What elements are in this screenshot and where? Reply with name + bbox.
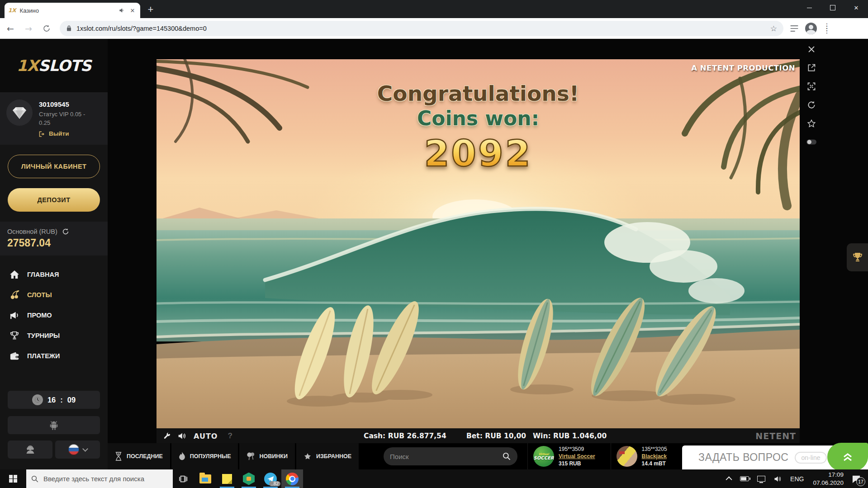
bookmark-star-icon[interactable]: ☆ xyxy=(770,24,777,33)
browser-titlebar: 1X Казино ✕ + ✕ xyxy=(0,0,868,18)
clock-icon xyxy=(32,394,43,405)
tab-new[interactable]: НОВИНКИ xyxy=(239,443,294,469)
window-close-button[interactable]: ✕ xyxy=(844,0,868,15)
profile-section: 30109545 Статус VIP 0.05 - 0.25 Выйти xyxy=(0,92,108,145)
omnibox[interactable]: 1xslot.com/ru/slots/?game=145300&demo=0 … xyxy=(60,21,783,36)
browser-tab[interactable]: 1X Казино ✕ xyxy=(5,3,140,18)
taskbar-search[interactable] xyxy=(26,469,173,488)
logout-link[interactable]: Выйти xyxy=(39,129,85,138)
clock-separator: : xyxy=(60,396,63,404)
android-icon xyxy=(49,420,59,431)
congrats-title: Congratulations! xyxy=(157,81,800,106)
fullscreen-icon[interactable] xyxy=(806,81,817,92)
tab-close-icon[interactable]: ✕ xyxy=(128,6,137,14)
theme-toggle-icon[interactable] xyxy=(806,136,817,148)
taskbar-search-input[interactable] xyxy=(43,475,161,483)
tab-title: Казино xyxy=(20,7,115,14)
reading-list-icon[interactable] xyxy=(790,25,799,32)
sticky-notes-button[interactable] xyxy=(216,469,238,488)
kaspersky-button[interactable] xyxy=(238,469,260,488)
chat-widget[interactable]: ЗАДАТЬ ВОПРОС on-line xyxy=(682,445,868,469)
action-center-button[interactable]: 17 xyxy=(848,469,868,488)
reload-game-icon[interactable] xyxy=(806,99,817,111)
lock-icon xyxy=(66,25,72,32)
star-filled-icon xyxy=(304,452,312,460)
sidebar-item-tournaments[interactable]: ТУРНИРЫ xyxy=(0,325,108,346)
logo-gold: 1X xyxy=(17,57,38,75)
site-logo[interactable]: 1XSLOTS xyxy=(0,39,108,92)
sidebar-item-payments[interactable]: ПЛАТЕЖИ xyxy=(0,346,108,366)
personal-cabinet-button[interactable]: ЛИЧНЫЙ КАБИНЕТ xyxy=(8,155,100,178)
tray-chevron-up[interactable] xyxy=(723,469,736,488)
file-explorer-button[interactable] xyxy=(194,469,216,488)
new-tab-button[interactable]: + xyxy=(144,3,157,16)
winner-game-link[interactable]: Blackjack xyxy=(642,453,667,460)
taskbar-clock[interactable]: 17:09 07.06.2020 xyxy=(808,471,848,487)
search-icon[interactable] xyxy=(502,452,511,461)
window-minimize-button[interactable] xyxy=(797,0,821,15)
vip-status-line2: 0.25 xyxy=(39,119,85,128)
tab-audio-icon[interactable] xyxy=(119,7,125,14)
forward-button[interactable]: → xyxy=(21,21,36,36)
profile-avatar-icon[interactable] xyxy=(805,23,817,34)
language-selector[interactable] xyxy=(55,441,100,459)
double-chevron-up-icon xyxy=(842,452,854,462)
close-game-icon[interactable] xyxy=(806,43,817,55)
production-credit: A NETENT PRODUCTION xyxy=(691,64,795,72)
winner-id: 195**3509 xyxy=(559,445,595,453)
refresh-balance-icon[interactable] xyxy=(62,228,69,235)
language-indicator[interactable]: ENG xyxy=(786,469,808,488)
tab-popular[interactable]: ПОПУЛЯРНЫЕ xyxy=(171,443,238,469)
winner-game-link[interactable]: Virtual Soccer xyxy=(559,453,595,460)
chrome-icon xyxy=(286,473,299,485)
bet-value: Bet: RUB 10,00 xyxy=(466,432,526,440)
winner-amount: 14.4 mBT xyxy=(642,460,667,467)
kaspersky-icon xyxy=(243,473,255,485)
support-button[interactable] xyxy=(8,441,52,459)
vip-status-line1: Статус VIP 0.05 - xyxy=(39,110,85,119)
game-help-button[interactable]: ? xyxy=(228,431,232,441)
sidebar-item-home[interactable]: ГЛАВНАЯ xyxy=(0,265,108,284)
task-view-button[interactable] xyxy=(173,469,194,488)
wallet-icon xyxy=(9,351,20,360)
windows-taskbar: ..82 ENG 17:09 07.06.2020 17 xyxy=(0,469,868,488)
android-app-button[interactable] xyxy=(8,416,100,434)
winner-widget-blackjack: 135**3205 Blackjack 14.4 mBT xyxy=(611,443,673,469)
open-in-new-icon[interactable] xyxy=(806,62,817,74)
game-search[interactable] xyxy=(384,447,517,465)
winner-id: 135**3205 xyxy=(642,445,667,453)
tab-recent[interactable]: ПОСЛЕДНИЕ xyxy=(108,443,170,469)
avatar[interactable] xyxy=(6,99,33,126)
sidebar-item-slots[interactable]: СЛОТЫ xyxy=(0,284,108,305)
sticky-note-icon xyxy=(222,474,232,484)
game-side-controls xyxy=(806,43,817,148)
sidebar-item-promo[interactable]: ПРОМО xyxy=(0,305,108,325)
autoplay-button[interactable]: AUTO xyxy=(194,432,218,441)
window-maximize-button[interactable] xyxy=(821,0,844,15)
clock-hours: 16 xyxy=(47,396,56,404)
favorite-star-icon[interactable] xyxy=(806,118,817,129)
balloons-icon xyxy=(247,452,255,461)
deposit-button[interactable]: ДЕПОЗИТ xyxy=(8,188,100,212)
chevron-down-icon xyxy=(82,446,88,452)
reload-button[interactable] xyxy=(39,21,54,36)
home-icon xyxy=(9,270,20,279)
tab-favorites[interactable]: ИЗБРАННОЕ xyxy=(296,443,359,469)
chat-bubble-button[interactable] xyxy=(827,443,868,471)
tournaments-side-tab[interactable] xyxy=(847,243,868,271)
game-sound-icon[interactable] xyxy=(177,432,186,440)
cherries-icon xyxy=(9,290,20,300)
battery-icon[interactable] xyxy=(736,469,753,488)
start-button[interactable] xyxy=(0,469,26,488)
game-search-input[interactable] xyxy=(390,453,498,460)
network-icon[interactable] xyxy=(753,469,769,488)
taskbar-search-icon xyxy=(31,475,39,483)
win-value: Win: RUB 1.046,00 xyxy=(533,432,607,440)
browser-menu-icon[interactable]: ⋮⋮⋮ xyxy=(823,25,830,32)
telegram-button[interactable]: ..82 xyxy=(260,469,281,488)
game-settings-icon[interactable] xyxy=(163,432,171,440)
back-button[interactable]: ← xyxy=(3,21,18,36)
winner-widget-soccer: Virtual SOCCER 195**3509 Virtual Soccer … xyxy=(527,443,600,469)
volume-icon[interactable] xyxy=(769,469,786,488)
chrome-button[interactable] xyxy=(281,469,303,488)
